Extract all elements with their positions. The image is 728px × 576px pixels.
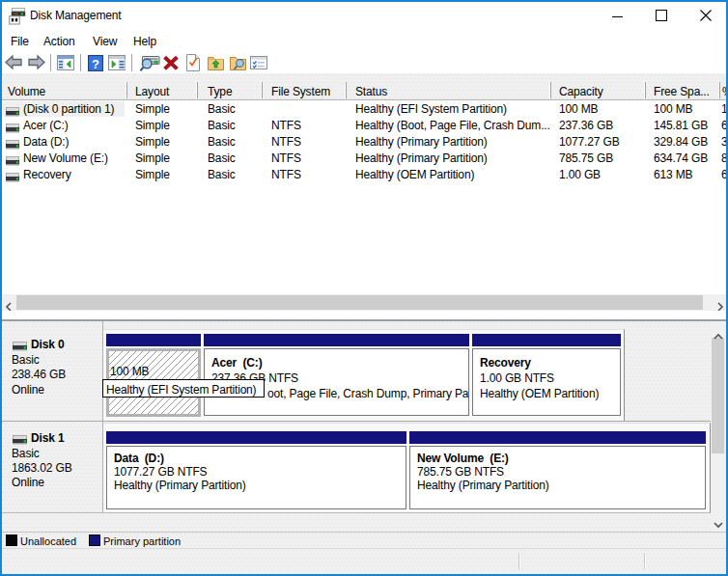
svg-text:?: ? xyxy=(92,57,99,71)
